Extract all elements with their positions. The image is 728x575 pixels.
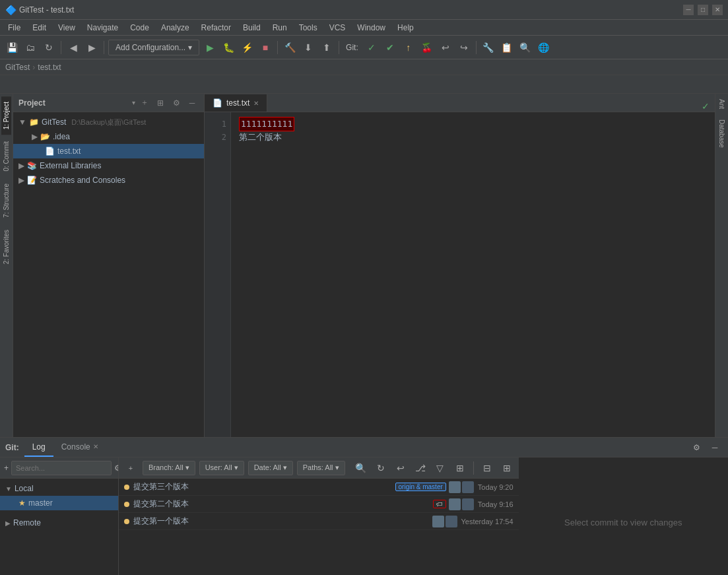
git-local-header[interactable]: ▼ Local [0,481,118,496]
git-remote-header[interactable]: ▶ Remote [0,516,118,530]
menu-help[interactable]: Help [392,22,419,34]
vtab-favorites[interactable]: 2: Favorites [1,224,11,269]
project-dropdown-icon: ▾ [132,99,135,106]
tree-item-scratches[interactable]: ▶ 📝 Scratches and Consoles [13,173,204,187]
tree-item-idea[interactable]: ▶ 📂 .idea [13,129,204,144]
git-commit-row-1[interactable]: 提交第三个版本 origin & master Today 9:20 [119,479,519,496]
toolbar-sync-button[interactable]: ↻ [41,40,57,55]
debug-button[interactable]: 🐛 [220,40,236,55]
vcs-push-button[interactable]: ⬆ [319,40,335,55]
build-button[interactable]: 🔨 [282,40,298,55]
vtab-structure[interactable]: 7: Structure [1,178,11,223]
bottom-tab-console[interactable]: Console ✕ [53,438,106,457]
menu-navigate[interactable]: Navigate [82,22,123,34]
vtab-database[interactable]: Database [717,114,727,153]
vcs-update-button[interactable]: ⬇ [300,40,316,55]
vtab-commit[interactable]: 0: Commit [1,136,11,177]
commit-msg-2: 提交第二个版本 [133,498,429,510]
run-with-coverage-button[interactable]: ⚡ [239,40,255,55]
git-expand-all-button[interactable]: ⊟ [479,460,495,476]
menu-view[interactable]: View [53,22,81,34]
editor-tab-close[interactable]: ✕ [253,100,259,107]
toolbar-save-all-button[interactable]: 🗂 [22,40,38,55]
tree-root-path: D:\Backup\桌面\GitTest [71,118,146,127]
vcs-log-button[interactable]: 📋 [499,40,515,55]
project-add-button[interactable]: ＋ [138,96,151,110]
menu-refactor[interactable]: Refactor [196,22,236,34]
bottom-minimize-button[interactable]: ─ [707,440,723,456]
menu-file[interactable]: File [3,22,26,34]
settings-button[interactable]: 🔧 [480,40,496,55]
bottom-settings-button[interactable]: ⚙ [688,440,704,456]
tree-scratch-label: Scratches and Consoles [40,176,125,185]
git-user-filter[interactable]: User: All ▾ [199,461,244,475]
project-settings-button[interactable]: ⚙ [170,96,183,110]
bottom-tab-log[interactable]: Log [24,438,53,457]
git-log-more-button[interactable]: ⊞ [452,460,468,476]
git-redo-button[interactable]: ↪ [456,40,472,55]
breadcrumb-project[interactable]: GitTest [5,63,30,72]
project-expand-button[interactable]: ⊞ [154,96,167,110]
add-configuration-button[interactable]: Add Configuration... ▾ [108,40,199,55]
menu-run[interactable]: Run [267,22,292,34]
minimize-button[interactable]: ─ [683,5,694,15]
menu-vcs[interactable]: VCS [324,22,351,34]
project-panel: Project ▾ ＋ ⊞ ⚙ ─ ▼ 📁 GitTest D:\Backup\… [13,94,205,437]
toolbar-save-button[interactable]: 💾 [4,40,20,55]
toolbar-back-button[interactable]: ◀ [65,40,81,55]
git-branch-up-button[interactable]: ↑ [401,40,416,55]
maximize-button[interactable]: □ [698,5,708,15]
git-checkmark-button[interactable]: ✓ [364,40,380,55]
git-log-graph-button[interactable]: ⎇ [413,460,428,476]
stop-button[interactable]: ■ [257,40,273,55]
git-collapse-all-button[interactable]: ⊞ [499,460,515,476]
git-commit-row-3[interactable]: 提交第一个版本 Yesterday 17:54 [119,513,519,530]
git-search-input[interactable] [11,461,112,475]
git-tick-button[interactable]: ✔ [382,40,398,55]
translate-button[interactable]: 🌐 [536,40,552,55]
git-log-search-button[interactable]: 🔍 [353,460,369,476]
git-master-branch[interactable]: ★ master [0,496,118,510]
vtab-ant[interactable]: Ant [717,94,727,114]
tree-idea-label: .idea [53,132,70,141]
git-paths-filter[interactable]: Paths: All ▾ [297,461,345,475]
git-log-add-button[interactable]: + [123,460,139,476]
code-area[interactable]: 1111111111 第二个版本 [231,112,715,437]
tree-item-external-libs[interactable]: ▶ 📚 External Libraries [13,158,204,173]
tab-console-label: Console [61,442,90,452]
git-branch-add-button[interactable]: + [4,460,9,476]
commit-dot-1 [124,485,129,490]
vtab-project[interactable]: 1: Project [1,96,11,135]
code-line-1: 1111111111 [239,118,707,131]
menu-tools[interactable]: Tools [294,22,323,34]
search-button[interactable]: 🔍 [517,40,533,55]
menu-analyze[interactable]: Analyze [156,22,195,34]
toolbar-forward-button[interactable]: ▶ [84,40,100,55]
menu-window[interactable]: Window [352,22,391,34]
git-log-undo-button[interactable]: ↩ [393,460,409,476]
breadcrumb-file[interactable]: test.txt [38,63,61,72]
git-undo-button[interactable]: ↩ [438,40,453,55]
menu-code[interactable]: Code [125,22,154,34]
git-date-filter[interactable]: Date: All ▾ [248,461,293,475]
menu-edit[interactable]: Edit [27,22,51,34]
git-cherry-pick-button[interactable]: 🍒 [419,40,435,55]
run-button[interactable]: ▶ [202,40,218,55]
tab-console-close[interactable]: ✕ [93,443,98,450]
commit-avatar-3b [446,516,457,527]
project-minimize-button[interactable]: ─ [185,96,199,110]
commit-avatar-3a [432,516,444,527]
menu-build[interactable]: Build [238,22,266,34]
close-button[interactable]: ✕ [712,5,723,15]
project-tree: ▼ 📁 GitTest D:\Backup\桌面\GitTest ▶ 📂 .id… [13,112,204,437]
tree-item-testtxt[interactable]: 📄 test.txt [13,144,204,158]
editor-tab-testtxt[interactable]: 📄 test.txt ✕ [205,94,267,112]
git-panel-label: Git: [5,443,19,452]
git-branch-filter[interactable]: Branch: All ▾ [143,461,195,475]
commit-avatars-2 [449,498,474,510]
git-commit-row-2[interactable]: 提交第二个版本 🏷 Today 9:16 [119,496,519,513]
git-log-refresh-button[interactable]: ↻ [373,460,389,476]
git-log-filter-button[interactable]: ▽ [432,460,448,476]
tree-root-gittest[interactable]: ▼ 📁 GitTest D:\Backup\桌面\GitTest [13,115,204,129]
git-branch-settings-button[interactable]: ⚙ [114,460,119,476]
